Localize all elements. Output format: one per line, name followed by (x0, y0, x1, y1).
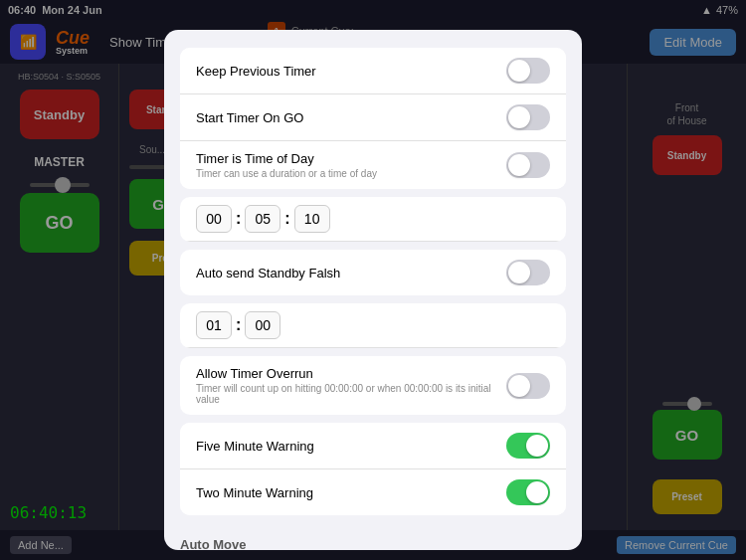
setting-row-time-of-day: Timer is Time of DayTimer can use a dura… (180, 141, 566, 189)
setting-label-allow-overrun: Allow Timer Overrun (196, 366, 506, 381)
section-overrun: Allow Timer OverrunTimer will count up o… (180, 356, 566, 415)
toggle-knob-keep-previous (508, 60, 530, 82)
toggle-keep-previous[interactable] (506, 58, 550, 84)
time-field-s-duration-fields[interactable] (294, 205, 330, 233)
setting-label-two-min-warning: Two Minute Warning (196, 485, 313, 500)
time-sep: : (284, 210, 289, 228)
toggle-auto-standby-flash[interactable] (506, 260, 550, 285)
time-sep: : (236, 316, 241, 334)
time-field-m-standby-time-fields[interactable] (245, 311, 280, 339)
section-title-auto-move-header: Auto Move (164, 523, 582, 550)
time-field-m-duration-fields[interactable] (245, 205, 280, 233)
setting-label-five-min-warning: Five Minute Warning (196, 439, 314, 454)
section-standby-time: : (180, 303, 566, 348)
toggle-knob-allow-overrun (508, 375, 530, 397)
setting-row-start-on-go: Start Timer On GO (180, 94, 566, 141)
section-warnings: Five Minute WarningTwo Minute Warning (180, 423, 566, 515)
toggle-knob-auto-standby-flash (508, 262, 530, 283)
time-sep: : (236, 210, 241, 228)
toggle-allow-overrun[interactable] (506, 373, 550, 399)
setting-label-time-of-day: Timer is Time of Day (196, 151, 377, 166)
time-field-h-standby-time-fields[interactable] (196, 311, 232, 339)
setting-label-auto-standby-flash: Auto send Standby Falsh (196, 266, 340, 280)
section-standby-flash: Auto send Standby Falsh (180, 250, 566, 295)
setting-label-start-on-go: Start Timer On GO (196, 110, 303, 125)
time-field-h-duration-fields[interactable] (196, 205, 232, 233)
setting-row-five-min-warning: Five Minute Warning (180, 423, 566, 469)
setting-row-allow-overrun: Allow Timer OverrunTimer will count up o… (180, 356, 566, 415)
time-row-standby-time-fields: : (180, 303, 566, 348)
toggle-knob-five-min-warning (526, 435, 548, 457)
toggle-five-min-warning[interactable] (506, 433, 550, 459)
setting-row-auto-standby-flash: Auto send Standby Falsh (180, 250, 566, 295)
section-timer-options: Keep Previous TimerStart Timer On GOTime… (180, 48, 566, 189)
section-time-duration: :: (180, 197, 566, 242)
toggle-knob-start-on-go (508, 106, 530, 128)
toggle-knob-two-min-warning (526, 481, 548, 503)
setting-row-keep-previous: Keep Previous Timer (180, 48, 566, 94)
setting-label-keep-previous: Keep Previous Timer (196, 64, 316, 79)
setting-sublabel-time-of-day: Timer can use a duration or a time of da… (196, 168, 377, 179)
settings-modal[interactable]: Keep Previous TimerStart Timer On GOTime… (164, 30, 582, 550)
modal-overlay: Keep Previous TimerStart Timer On GOTime… (0, 0, 746, 560)
toggle-time-of-day[interactable] (506, 152, 550, 178)
toggle-start-on-go[interactable] (506, 104, 550, 130)
setting-row-two-min-warning: Two Minute Warning (180, 469, 566, 515)
toggle-two-min-warning[interactable] (506, 479, 550, 505)
toggle-knob-time-of-day (508, 154, 530, 176)
setting-sublabel-allow-overrun: Timer will count up on hitting 00:00:00 … (196, 383, 506, 405)
time-row-duration-fields: :: (180, 197, 566, 242)
